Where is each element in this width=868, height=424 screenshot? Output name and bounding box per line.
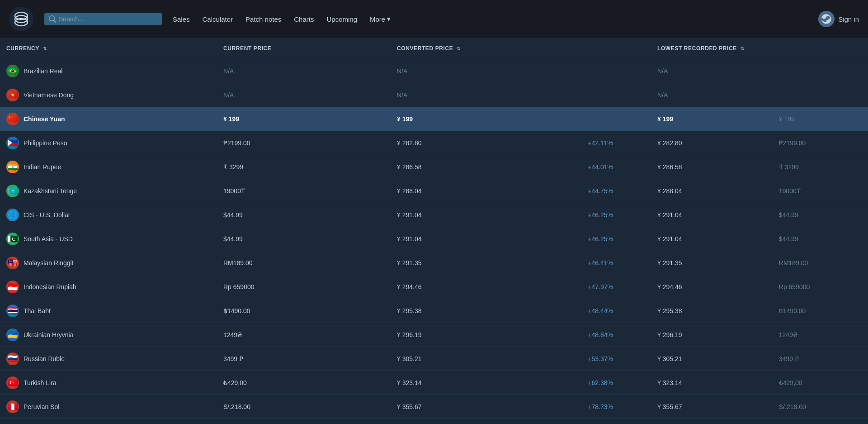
lowest-converted-7: ¥ 291.04 bbox=[651, 227, 773, 251]
currency-cell-10: 🇹🇭 Thai Baht bbox=[0, 299, 217, 323]
lowest-converted-1: N/A bbox=[651, 83, 773, 107]
current-price-6: $44.99 bbox=[217, 203, 391, 227]
converted-price-5: ¥ 288.04 bbox=[391, 179, 581, 203]
current-price-15: COL$ 213309 bbox=[217, 419, 391, 424]
currency-cell-14: 🇵🇪 Peruvian Sol bbox=[0, 395, 217, 419]
lowest-orig-1 bbox=[773, 83, 868, 107]
table-row[interactable]: 🇧🇷 Brazilian Real N/A N/A N/A bbox=[0, 59, 868, 83]
flag-13: 🇹🇷 bbox=[6, 376, 19, 389]
converted-price-2: ¥ 199 bbox=[391, 107, 581, 131]
lowest-converted-14: ¥ 355.67 bbox=[651, 395, 773, 419]
table-row[interactable]: 🇵🇪 Peruvian Sol S/.218.00 ¥ 355.67 +78.7… bbox=[0, 395, 868, 419]
table-row[interactable]: 🇮🇩 Indonesian Rupiah Rp 659000 ¥ 294.46 … bbox=[0, 275, 868, 299]
current-price-11: 1249₴ bbox=[217, 323, 391, 347]
nav-calculator[interactable]: Calculator bbox=[203, 15, 233, 23]
pct-12: +53.37% bbox=[581, 347, 651, 371]
lowest-orig-6: $44.99 bbox=[773, 203, 868, 227]
currency-name-13: Turkish Lira bbox=[24, 379, 57, 386]
currency-name-3: Philippine Peso bbox=[24, 139, 67, 147]
lowest-orig-14: S/.218.00 bbox=[773, 395, 868, 419]
pct-15: +81.92% bbox=[581, 419, 651, 424]
current-price-9: Rp 659000 bbox=[217, 275, 391, 299]
currency-name-4: Indian Rupee bbox=[24, 163, 61, 171]
logo[interactable] bbox=[9, 7, 33, 31]
lowest-orig-8: RM189.00 bbox=[773, 251, 868, 275]
table-row[interactable]: 🇵🇭 Philippine Peso ₱2199.00 ¥ 282.80 +42… bbox=[0, 131, 868, 155]
table-row[interactable]: 🇺🇦 Ukrainian Hryvnia 1249₴ ¥ 296.19 +48.… bbox=[0, 323, 868, 347]
currency-cell-6: 🌐 CIS - U.S. Dollar bbox=[0, 203, 217, 227]
lowest-orig-5: 19000₸ bbox=[773, 179, 868, 203]
table-row[interactable]: 🇰🇿 Kazakhstani Tenge 19000₸ ¥ 288.04 +44… bbox=[0, 179, 868, 203]
col-converted-price[interactable]: CONVERTED PRICE ⇅ bbox=[391, 38, 581, 59]
pct-5: +44.75% bbox=[581, 179, 651, 203]
lowest-converted-8: ¥ 291.35 bbox=[651, 251, 773, 275]
converted-price-14: ¥ 355.67 bbox=[391, 395, 581, 419]
chevron-down-icon: ▾ bbox=[387, 15, 391, 23]
lowest-converted-3: ¥ 282.80 bbox=[651, 131, 773, 155]
currency-cell-12: 🇷🇺 Russian Ruble bbox=[0, 347, 217, 371]
sign-in-button[interactable]: Sign in bbox=[818, 11, 859, 27]
currency-name-5: Kazakhstani Tenge bbox=[24, 187, 77, 195]
table-row[interactable]: 🇨🇳 Chinese Yuan ¥ 199 ¥ 199 ¥ 199 ¥ 199 bbox=[0, 107, 868, 131]
lowest-orig-2: ¥ 199 bbox=[773, 107, 868, 131]
table-row[interactable]: 🇮🇳 Indian Rupee ₹ 3299 ¥ 286.58 +44.01% … bbox=[0, 155, 868, 179]
converted-price-6: ¥ 291.04 bbox=[391, 203, 581, 227]
flag-10: 🇹🇭 bbox=[6, 305, 19, 317]
pct-0 bbox=[581, 59, 651, 83]
currency-table-wrapper: CURRENCY ⇅ CURRENT PRICE CONVERTED PRICE… bbox=[0, 38, 868, 424]
sort-icon-converted: ⇅ bbox=[457, 46, 461, 51]
table-row[interactable]: 🇹🇷 Turkish Lira ₺429,00 ¥ 323.14 +62.38%… bbox=[0, 371, 868, 395]
pct-1 bbox=[581, 83, 651, 107]
nav-sales[interactable]: Sales bbox=[173, 15, 190, 23]
converted-price-12: ¥ 305.21 bbox=[391, 347, 581, 371]
table-row[interactable]: 🌐 CIS - U.S. Dollar $44.99 ¥ 291.04 +46.… bbox=[0, 203, 868, 227]
nav-patch-notes[interactable]: Patch notes bbox=[245, 15, 281, 23]
nav-upcoming[interactable]: Upcoming bbox=[326, 15, 357, 23]
flag-5: 🇰🇿 bbox=[6, 185, 19, 197]
currency-name-9: Indonesian Rupiah bbox=[24, 283, 76, 291]
converted-price-9: ¥ 294.46 bbox=[391, 275, 581, 299]
converted-price-3: ¥ 282.80 bbox=[391, 131, 581, 155]
lowest-orig-10: ฿1490.00 bbox=[773, 299, 868, 323]
lowest-orig-4: ₹ 3299 bbox=[773, 155, 868, 179]
table-row[interactable]: 🇲🇾 Malaysian Ringgit RM189.00 ¥ 291.35 +… bbox=[0, 251, 868, 275]
currency-name-7: South Asia - USD bbox=[24, 235, 73, 243]
flag-7: 🇵🇰 bbox=[6, 233, 19, 245]
lowest-orig-9: Rp 659000 bbox=[773, 275, 868, 299]
currency-cell-15: 🇨🇴 Colombian Peso bbox=[0, 419, 217, 424]
lowest-orig-15: COL$ 213309 bbox=[773, 419, 868, 424]
converted-price-1: N/A bbox=[391, 83, 581, 107]
table-row[interactable]: 🇷🇺 Russian Ruble 3499 ₽ ¥ 305.21 +53.37%… bbox=[0, 347, 868, 371]
lowest-converted-2: ¥ 199 bbox=[651, 107, 773, 131]
current-price-0: N/A bbox=[217, 59, 391, 83]
table-row[interactable]: 🇹🇭 Thai Baht ฿1490.00 ¥ 295.38 +48.44% ¥… bbox=[0, 299, 868, 323]
col-lowest-price[interactable]: LOWEST RECORDED PRICE ⇅ bbox=[651, 38, 773, 59]
currency-cell-11: 🇺🇦 Ukrainian Hryvnia bbox=[0, 323, 217, 347]
col-currency[interactable]: CURRENCY ⇅ bbox=[0, 38, 217, 59]
nav-more[interactable]: More ▾ bbox=[370, 15, 391, 23]
currency-name-14: Peruvian Sol bbox=[24, 403, 59, 410]
currency-cell-9: 🇮🇩 Indonesian Rupiah bbox=[0, 275, 217, 299]
converted-price-13: ¥ 323.14 bbox=[391, 371, 581, 395]
table-row[interactable]: 🇵🇰 South Asia - USD $44.99 ¥ 291.04 +46.… bbox=[0, 227, 868, 251]
lowest-converted-15: ¥ 362.01 bbox=[651, 419, 773, 424]
lowest-converted-11: ¥ 296.19 bbox=[651, 323, 773, 347]
table-row[interactable]: 🇻🇳 Vietnamese Dong N/A N/A N/A bbox=[0, 83, 868, 107]
currency-name-0: Brazilian Real bbox=[24, 67, 62, 75]
table-body: 🇧🇷 Brazilian Real N/A N/A N/A 🇻🇳 Vietnam… bbox=[0, 59, 868, 424]
pct-2 bbox=[581, 107, 651, 131]
search-input[interactable] bbox=[59, 15, 157, 23]
col-lowest-orig-empty bbox=[773, 38, 868, 59]
nav-links: Sales Calculator Patch notes Charts Upco… bbox=[173, 15, 807, 23]
table-row[interactable]: 🇨🇴 Colombian Peso COL$ 213309 ¥ 362.01 +… bbox=[0, 419, 868, 424]
converted-price-10: ¥ 295.38 bbox=[391, 299, 581, 323]
nav-charts[interactable]: Charts bbox=[294, 15, 314, 23]
lowest-converted-10: ¥ 295.38 bbox=[651, 299, 773, 323]
currency-cell-1: 🇻🇳 Vietnamese Dong bbox=[0, 83, 217, 107]
flag-2: 🇨🇳 bbox=[6, 113, 19, 125]
search-box[interactable] bbox=[44, 13, 162, 25]
lowest-converted-4: ¥ 286.58 bbox=[651, 155, 773, 179]
currency-cell-7: 🇵🇰 South Asia - USD bbox=[0, 227, 217, 251]
current-price-12: 3499 ₽ bbox=[217, 347, 391, 371]
current-price-7: $44.99 bbox=[217, 227, 391, 251]
